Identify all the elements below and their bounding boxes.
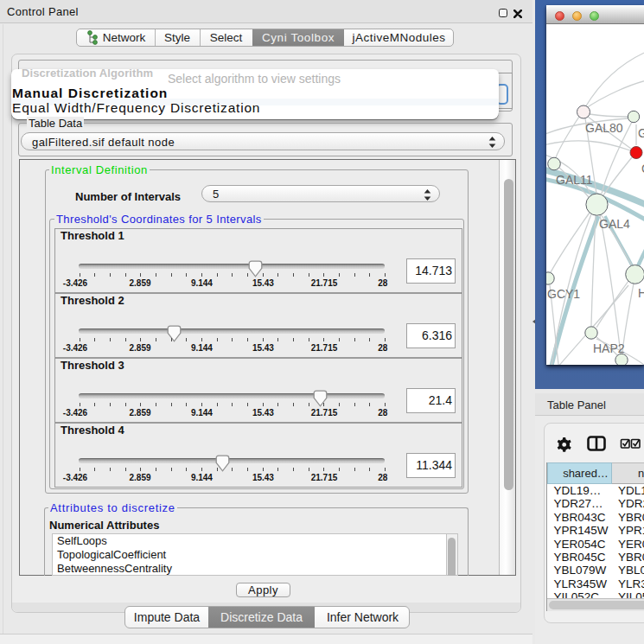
svg-text:GAL80: GAL80 [585,121,623,135]
svg-text:HAP2: HAP2 [593,341,625,355]
svg-text:GAL11: GAL11 [556,173,593,187]
svg-text:GAL: GAL [638,126,644,140]
svg-text:H: H [638,286,644,300]
svg-text:GCY1: GCY1 [547,287,580,301]
svg-text:GAL4: GAL4 [599,217,630,231]
